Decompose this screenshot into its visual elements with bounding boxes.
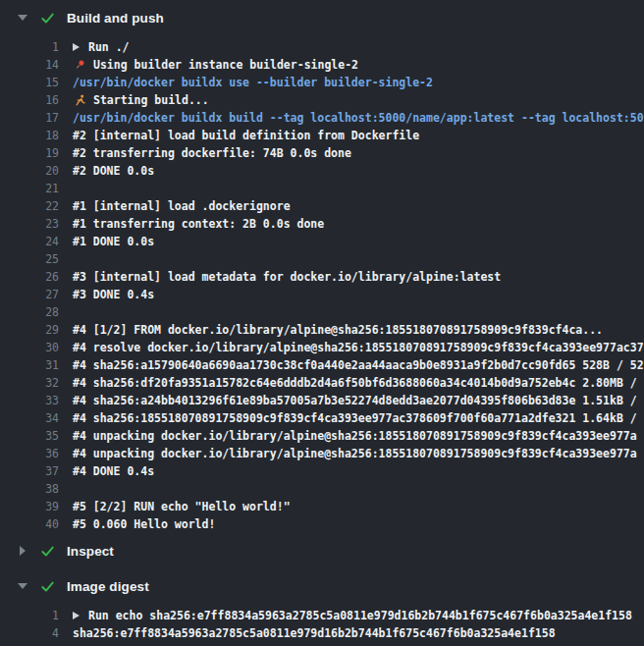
log-line-content: /usr/bin/docker buildx build --tag local… bbox=[73, 111, 644, 125]
log-text: #4 unpacking docker.io/library/alpine@sh… bbox=[73, 429, 637, 443]
pushpin-icon bbox=[73, 58, 86, 72]
line-number-link[interactable]: 14 bbox=[0, 58, 59, 72]
log-line: 29#4 [1/2] FROM docker.io/library/alpine… bbox=[0, 321, 644, 339]
log-line: 27#3 DONE 0.4s bbox=[0, 286, 644, 303]
log-text: /usr/bin/docker buildx use --builder bui… bbox=[73, 76, 433, 89]
section-header-image-digest[interactable]: Image digest bbox=[0, 568, 644, 604]
log-text: #4 DONE 0.4s bbox=[73, 464, 154, 478]
line-number-link[interactable]: 29 bbox=[0, 323, 59, 337]
line-number-link[interactable]: 17 bbox=[0, 111, 59, 125]
check-icon bbox=[40, 11, 55, 26]
log-line-content: /usr/bin/docker buildx use --builder bui… bbox=[73, 76, 433, 89]
log-line-content: sha256:e7ff8834a5963a2785c5a0811e979d16b… bbox=[73, 626, 556, 640]
log-line: 36#4 unpacking docker.io/library/alpine@… bbox=[0, 445, 644, 462]
log-text: #4 sha256:a24bb4013296f61e89ba57005a7b3e… bbox=[73, 394, 644, 407]
log-line: 16Starting build... bbox=[0, 91, 644, 109]
section-title: Image digest bbox=[67, 579, 149, 594]
expander-triangle-icon[interactable] bbox=[73, 612, 80, 619]
log-line: 38 bbox=[0, 480, 644, 498]
log-viewer: Build and push1Run ./14Using builder ins… bbox=[0, 0, 644, 642]
log-text: #2 [internal] load build definition from… bbox=[73, 129, 419, 142]
line-number-link[interactable]: 24 bbox=[0, 235, 59, 248]
log-line-content: #4 resolve docker.io/library/alpine@sha2… bbox=[73, 341, 644, 354]
log-line: 25 bbox=[0, 250, 644, 268]
log-line-content: #4 DONE 0.4s bbox=[73, 464, 154, 478]
log-text: #1 [internal] load .dockerignore bbox=[73, 199, 291, 213]
line-number-link[interactable]: 33 bbox=[0, 394, 59, 407]
log-line: 18#2 [internal] load build definition fr… bbox=[0, 127, 644, 144]
line-number-link[interactable]: 18 bbox=[0, 129, 59, 142]
log-text: #4 resolve docker.io/library/alpine@sha2… bbox=[73, 341, 644, 354]
line-number-link[interactable]: 27 bbox=[0, 288, 59, 301]
log-line: 32#4 sha256:df20fa9351a15782c64e6dddb2d4… bbox=[0, 374, 644, 392]
log-line-content: #4 sha256:df20fa9351a15782c64e6dddb2d4a6… bbox=[73, 376, 644, 390]
chevron-down-icon[interactable] bbox=[18, 15, 27, 21]
line-number-link[interactable]: 37 bbox=[0, 464, 59, 478]
line-number-link[interactable]: 16 bbox=[0, 93, 59, 107]
log-line: 1Run echo sha256:e7ff8834a5963a2785c5a08… bbox=[0, 607, 644, 624]
log-line: 24#1 DONE 0.0s bbox=[0, 233, 644, 250]
log-line-content: Using builder instance builder-single-2 bbox=[73, 58, 358, 72]
log-text: #4 unpacking docker.io/library/alpine@sh… bbox=[73, 447, 637, 460]
section-header-inspect[interactable]: Inspect bbox=[0, 533, 644, 568]
section-lines: 1Run ./14Using builder instance builder-… bbox=[0, 38, 644, 533]
line-number-link[interactable]: 35 bbox=[0, 429, 59, 443]
log-line-content: #2 [internal] load build definition from… bbox=[73, 129, 419, 142]
line-number-link[interactable]: 25 bbox=[0, 252, 59, 266]
line-number-link[interactable]: 22 bbox=[0, 199, 59, 213]
chevron-right-icon[interactable] bbox=[20, 546, 26, 556]
log-line: 33#4 sha256:a24bb4013296f61e89ba57005a7b… bbox=[0, 392, 644, 409]
line-number-link[interactable]: 1 bbox=[0, 609, 59, 622]
line-number-link[interactable]: 19 bbox=[0, 146, 59, 160]
log-line: 23#1 transferring context: 2B 0.0s done bbox=[0, 215, 644, 233]
line-number-link[interactable]: 34 bbox=[0, 411, 59, 425]
log-line: 28 bbox=[0, 303, 644, 321]
log-text: #5 [2/2] RUN echo "Hello world!" bbox=[73, 500, 291, 513]
line-number-link[interactable]: 28 bbox=[0, 305, 59, 319]
line-number-link[interactable]: 4 bbox=[0, 626, 59, 640]
log-line-content: #4 sha256:a24bb4013296f61e89ba57005a7b3e… bbox=[73, 394, 644, 407]
line-number-link[interactable]: 31 bbox=[0, 358, 59, 372]
line-number-link[interactable]: 30 bbox=[0, 341, 59, 354]
log-text: #1 transferring context: 2B 0.0s done bbox=[73, 217, 324, 231]
expander-triangle-icon[interactable] bbox=[73, 43, 80, 51]
log-text: #1 DONE 0.0s bbox=[73, 235, 154, 248]
log-line-content: #1 transferring context: 2B 0.0s done bbox=[73, 217, 324, 231]
log-line-content: #4 sha256:a15790640a6690aa1730c38cf0a440… bbox=[73, 358, 644, 372]
log-line: 40#5 0.060 Hello world! bbox=[0, 515, 644, 533]
line-number-link[interactable]: 36 bbox=[0, 447, 59, 460]
log-line: 19#2 transferring dockerfile: 74B 0.0s d… bbox=[0, 144, 644, 162]
chevron-down-icon[interactable] bbox=[18, 583, 27, 589]
log-line: 35#4 unpacking docker.io/library/alpine@… bbox=[0, 427, 644, 445]
log-line-content: #5 0.060 Hello world! bbox=[73, 517, 215, 531]
log-line-content: Run ./ bbox=[73, 40, 130, 54]
log-text: /usr/bin/docker buildx build --tag local… bbox=[73, 111, 644, 125]
line-number-link[interactable]: 15 bbox=[0, 76, 59, 89]
log-line-content: #1 DONE 0.0s bbox=[73, 235, 154, 248]
log-text: Run echo sha256:e7ff8834a5963a2785c5a081… bbox=[88, 609, 632, 622]
line-number-link[interactable]: 38 bbox=[0, 482, 59, 496]
log-text: #4 sha256:185518070891758909c9f839cf4ca3… bbox=[73, 411, 644, 425]
line-number-link[interactable]: 39 bbox=[0, 500, 59, 513]
line-number-link[interactable]: 23 bbox=[0, 217, 59, 231]
log-line-content: #4 unpacking docker.io/library/alpine@sh… bbox=[73, 429, 637, 443]
log-section: Build and push1Run ./14Using builder ins… bbox=[0, 0, 644, 533]
log-line: 39#5 [2/2] RUN echo "Hello world!" bbox=[0, 498, 644, 515]
line-number-link[interactable]: 1 bbox=[0, 40, 59, 54]
log-text: Using builder instance builder-single-2 bbox=[93, 58, 358, 72]
log-line: 31#4 sha256:a15790640a6690aa1730c38cf0a4… bbox=[0, 356, 644, 374]
log-line-content: Starting build... bbox=[73, 93, 209, 107]
runner-icon bbox=[73, 93, 86, 107]
line-number-link[interactable]: 26 bbox=[0, 270, 59, 284]
log-text: Run ./ bbox=[88, 40, 130, 54]
line-number-link[interactable]: 20 bbox=[0, 164, 59, 178]
log-line: 21 bbox=[0, 180, 644, 197]
section-header-build-and-push[interactable]: Build and push bbox=[0, 0, 644, 35]
line-number-link[interactable]: 40 bbox=[0, 517, 59, 531]
log-line-content: #5 [2/2] RUN echo "Hello world!" bbox=[73, 500, 291, 513]
log-text: #3 [internal] load metadata for docker.i… bbox=[73, 270, 501, 284]
line-number-link[interactable]: 32 bbox=[0, 376, 59, 390]
log-line-content: #4 [1/2] FROM docker.io/library/alpine@s… bbox=[73, 323, 603, 337]
log-line: 22#1 [internal] load .dockerignore bbox=[0, 197, 644, 215]
line-number-link[interactable]: 21 bbox=[0, 182, 59, 195]
